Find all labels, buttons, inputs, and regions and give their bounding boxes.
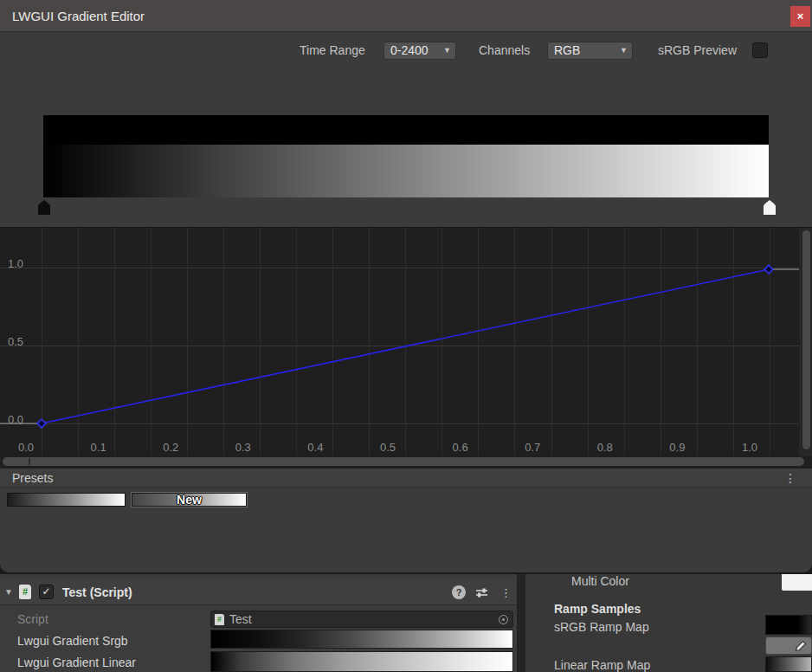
channels-value: RGB	[554, 43, 580, 57]
presets-title: Presets	[12, 468, 53, 488]
time-range-value: 0-2400	[390, 43, 429, 57]
gradient-srgb-field[interactable]	[210, 630, 513, 649]
curve-editor[interactable]: 0.00.10.20.30.40.50.60.70.80.91.01.00.50…	[0, 227, 812, 468]
window-titlebar[interactable]: LWGUI Gradient Editor ×	[0, 0, 812, 32]
object-picker-icon[interactable]	[499, 615, 508, 624]
preset-new-button[interactable]: New	[132, 493, 247, 507]
close-button[interactable]: ×	[790, 6, 810, 27]
curve-key-point[interactable]	[764, 265, 773, 274]
foldout-triangle-icon[interactable]: ▼	[4, 587, 13, 597]
ramp-edit-button[interactable]	[765, 636, 812, 655]
linear-ramp-label: Linear Ramp Map	[554, 658, 650, 672]
chevron-down-icon: ▼	[443, 42, 451, 59]
time-range-label: Time Range	[300, 42, 365, 60]
gradient-linear-label: Lwgui Gradient Linear	[17, 656, 136, 669]
multi-color-label: Multi Color	[571, 574, 629, 588]
script-field-value: Test	[229, 611, 252, 627]
horizontal-scrollbar-notch	[29, 458, 30, 465]
horizontal-scrollbar-thumb[interactable]	[3, 457, 804, 466]
srgb-ramp-label: sRGB Ramp Map	[554, 620, 649, 634]
preset-gradient-swatch[interactable]	[7, 493, 126, 507]
linear-ramp-thumbnail[interactable]	[765, 656, 812, 672]
component-header[interactable]: ▼ # ✓ Test (Script) ? ⋮	[0, 580, 517, 605]
gradient-preview[interactable]	[43, 145, 769, 197]
gradient-key-left[interactable]	[38, 200, 50, 215]
csharp-script-icon: #	[215, 614, 224, 625]
time-range-dropdown[interactable]: 0-2400 ▼	[383, 42, 456, 60]
multi-color-swatch[interactable]	[782, 574, 812, 591]
inspector-panel: ▼ # ✓ Test (Script) ? ⋮ Script #	[0, 574, 517, 672]
screen: LWGUI Gradient Editor × Time Range 0-240…	[0, 0, 812, 672]
curve-segment	[42, 269, 769, 423]
material-properties-panel: Multi Color Ramp Samples sRGB Ramp Map L…	[525, 574, 812, 672]
gradient-alpha-strip[interactable]	[43, 115, 769, 145]
srgb-preview-label: sRGB Preview	[658, 42, 737, 60]
ramp-samples-title: Ramp Samples	[554, 602, 641, 616]
presets-slider-icon[interactable]	[474, 585, 489, 600]
editor-background: ▼ # ✓ Test (Script) ? ⋮ Script #	[0, 574, 812, 672]
component-title: Test (Script)	[62, 580, 132, 605]
component-enabled-checkbox[interactable]: ✓	[39, 585, 54, 599]
kebab-menu-icon[interactable]: ⋮	[500, 580, 512, 605]
script-field-label: Script	[17, 612, 48, 626]
gradient-key-right[interactable]	[764, 200, 776, 215]
remap-curve[interactable]	[0, 228, 812, 456]
help-icon[interactable]: ?	[452, 585, 466, 599]
script-object-field[interactable]: # Test	[210, 611, 513, 628]
channels-label: Channels	[479, 42, 530, 60]
presets-header: Presets ⋮	[0, 468, 812, 488]
vertical-scrollbar-thumb[interactable]	[802, 230, 810, 449]
kebab-menu-icon[interactable]: ⋮	[784, 468, 796, 488]
srgb-preview-checkbox[interactable]	[752, 42, 768, 58]
panel-divider	[517, 574, 525, 672]
curve-key-point[interactable]	[37, 419, 46, 428]
window-title: LWGUI Gradient Editor	[12, 0, 145, 32]
csharp-script-icon: #	[19, 585, 31, 599]
srgb-ramp-thumbnail[interactable]	[765, 615, 812, 635]
channels-dropdown[interactable]: RGB ▼	[547, 42, 633, 60]
gradient-srgb-label: Lwgui Gradient Srgb	[17, 634, 128, 648]
chevron-down-icon: ▼	[620, 42, 628, 59]
pencil-icon	[794, 639, 808, 653]
gradient-linear-field[interactable]	[210, 651, 513, 672]
gradient-editor-window: LWGUI Gradient Editor × Time Range 0-240…	[0, 0, 812, 572]
preset-new-label: New	[132, 494, 246, 506]
